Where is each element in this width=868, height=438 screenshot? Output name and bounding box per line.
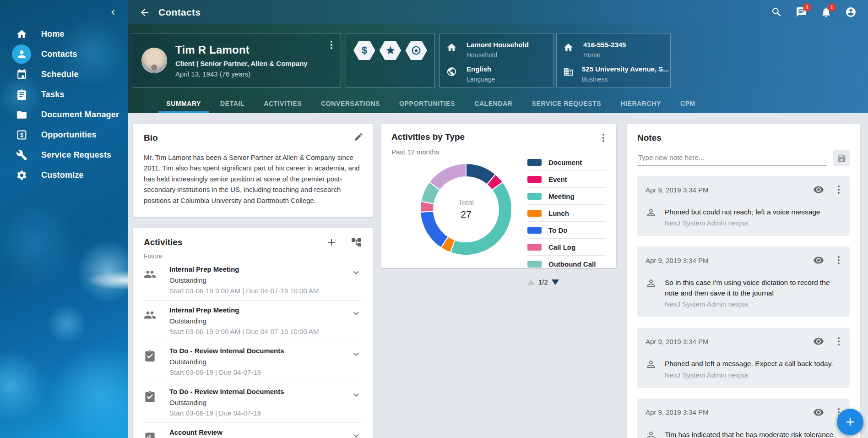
- note-menu-button[interactable]: [836, 254, 841, 266]
- tab-calendar[interactable]: CALENDAR: [465, 95, 522, 113]
- activity-row[interactable]: Internal Prep Meeting Outstanding Start …: [144, 301, 362, 341]
- note-menu-button[interactable]: [836, 184, 841, 196]
- people-icon: [144, 265, 169, 295]
- add-activity-icon[interactable]: [326, 237, 337, 248]
- dollar-square-icon: $: [12, 125, 31, 144]
- sidebar-item-customize[interactable]: Customize: [0, 165, 128, 185]
- eye-icon[interactable]: [813, 184, 824, 195]
- eye-icon[interactable]: [813, 255, 824, 266]
- activity-row[interactable]: Account Review Outstanding Start 24-05-1…: [144, 423, 362, 438]
- profile-card: Tim R Lamont Client | Senior Partner, Al…: [133, 33, 341, 88]
- tab-service-requests[interactable]: SERVICE REQUESTS: [522, 95, 611, 113]
- person-outline-icon: [646, 207, 657, 227]
- address-value: 525 University Avenue, S...: [582, 65, 669, 73]
- legend-page-down-icon[interactable]: [552, 279, 559, 285]
- bio-text: Mr. Tim Lamont has been a Senior Partner…: [144, 152, 362, 206]
- eye-icon[interactable]: [813, 407, 824, 418]
- sidebar-item-label: Tasks: [41, 90, 65, 99]
- gear-icon: [12, 165, 31, 185]
- language-row[interactable]: English Language: [440, 62, 553, 87]
- badge-star-circle[interactable]: [405, 41, 427, 60]
- notes-card: Notes Apr 9, 2019 3:34 PM: [627, 124, 860, 438]
- notifications-button[interactable]: 1: [817, 3, 835, 22]
- profile-button[interactable]: [841, 3, 860, 22]
- tab-hierarchy[interactable]: HIERARCHY: [611, 95, 671, 113]
- sidebar-nav: Home Contacts Schedule Tasks Document Ma…: [0, 0, 128, 185]
- tab-conversations[interactable]: CONVERSATIONS: [311, 95, 390, 113]
- sidebar-item-schedule[interactable]: Schedule: [0, 64, 128, 84]
- person-icon: [12, 44, 31, 64]
- sidebar-item-service-requests[interactable]: Service Requests: [0, 145, 128, 165]
- legend-page-indicator: 1/2: [538, 278, 548, 286]
- legend-swatch: [527, 176, 542, 183]
- add-note-fab[interactable]: [837, 409, 863, 435]
- profile-card-menu-button[interactable]: [329, 39, 334, 51]
- tab-cpm[interactable]: CPM: [671, 95, 705, 113]
- activity-row[interactable]: Internal Prep Meeting Outstanding Start …: [144, 260, 362, 301]
- phone-row[interactable]: 416-555-2345 Home: [557, 38, 670, 62]
- sidebar-collapse-button[interactable]: [106, 5, 120, 19]
- chart-menu-button[interactable]: [601, 132, 606, 144]
- search-button[interactable]: [767, 3, 786, 22]
- pencil-icon: [354, 132, 363, 142]
- note-entry: Apr 9, 2019 3:34 PM Phoned and left a me…: [637, 328, 850, 388]
- legend-label: Outbound Call: [548, 260, 596, 268]
- search-icon: [771, 6, 782, 18]
- back-button[interactable]: [136, 4, 153, 21]
- activity-row[interactable]: To Do - Review Internal Documents Outsta…: [144, 382, 362, 423]
- bio-title: Bio: [144, 133, 362, 143]
- activity-title: To Do - Review Internal Documents: [169, 388, 351, 395]
- contact-role: Client | Senior Partner, Allen & Company: [175, 60, 308, 67]
- tab-activities[interactable]: ACTIVITIES: [254, 95, 311, 113]
- todo-check-icon: [144, 347, 169, 376]
- sidebar-item-contacts[interactable]: Contacts: [0, 44, 128, 64]
- column-middle: Activities by Type Past 12 months Total …: [381, 124, 616, 268]
- contact-info-card: 416-555-2345 Home 525 University Avenue,…: [556, 33, 671, 88]
- activity-row[interactable]: To Do - Review Internal Documents Outsta…: [144, 341, 362, 382]
- sidebar-item-tasks[interactable]: Tasks: [0, 84, 128, 104]
- sidebar-item-opportunities[interactable]: $ Opportunities: [0, 125, 128, 145]
- sidebar-item-label: Opportunities: [41, 130, 97, 140]
- sidebar-item-document-manager[interactable]: Document Manager: [0, 104, 128, 125]
- contact-name: Tim R Lamont: [175, 44, 308, 56]
- chevron-down-icon[interactable]: [351, 306, 362, 335]
- badge-star[interactable]: [380, 41, 401, 60]
- tab-summary[interactable]: SUMMARY: [157, 95, 211, 113]
- legend-page-up-icon[interactable]: [527, 279, 535, 285]
- activities-by-type-card: Activities by Type Past 12 months Total …: [381, 124, 616, 268]
- chevron-down-icon[interactable]: [351, 347, 362, 376]
- tab-detail[interactable]: DETAIL: [211, 95, 254, 113]
- activity-dates: Start 03-06-19 | Due 04-07-19: [169, 368, 351, 376]
- new-note-input[interactable]: [637, 151, 827, 166]
- eye-icon[interactable]: [813, 336, 824, 347]
- chevron-down-icon[interactable]: [351, 388, 362, 417]
- conversations-button[interactable]: 1: [792, 3, 810, 22]
- household-label: Household: [467, 51, 529, 59]
- save-note-button[interactable]: [833, 150, 850, 166]
- edit-bio-button[interactable]: [354, 132, 363, 143]
- address-row[interactable]: 525 University Avenue, S... Business: [557, 62, 670, 87]
- person-silhouette-icon: [145, 61, 163, 73]
- person-outline-icon: [646, 278, 657, 308]
- avatar: [141, 48, 167, 73]
- badge-dollar[interactable]: $: [353, 41, 375, 60]
- folder-icon: [12, 105, 31, 124]
- kebab-icon: [601, 132, 606, 144]
- legend-label: Meeting: [548, 192, 575, 200]
- household-row[interactable]: Lamont Household Household: [440, 38, 553, 62]
- note-menu-button[interactable]: [836, 335, 841, 347]
- sidebar-item-home[interactable]: Home: [0, 24, 128, 44]
- hierarchy-icon[interactable]: [351, 237, 362, 248]
- legend-swatch: [527, 261, 542, 268]
- chevron-down-icon[interactable]: [351, 428, 362, 438]
- note-entry: Apr 9, 2019 3:34 PM Phoned but could not…: [637, 176, 850, 236]
- tab-opportunities[interactable]: OPPORTUNITIES: [390, 95, 465, 113]
- activity-dates: Start 03-06-19 | Due 04-07-19: [169, 409, 351, 417]
- legend-swatch: [527, 210, 542, 217]
- bar-chart-icon: [144, 428, 169, 438]
- activities-card: Activities Future Internal Prep Meeting …: [133, 228, 373, 438]
- chevron-left-icon: [108, 7, 118, 17]
- chevron-down-icon[interactable]: [351, 265, 362, 295]
- main-area: Contacts 1 1: [128, 0, 868, 438]
- people-icon: [144, 306, 169, 335]
